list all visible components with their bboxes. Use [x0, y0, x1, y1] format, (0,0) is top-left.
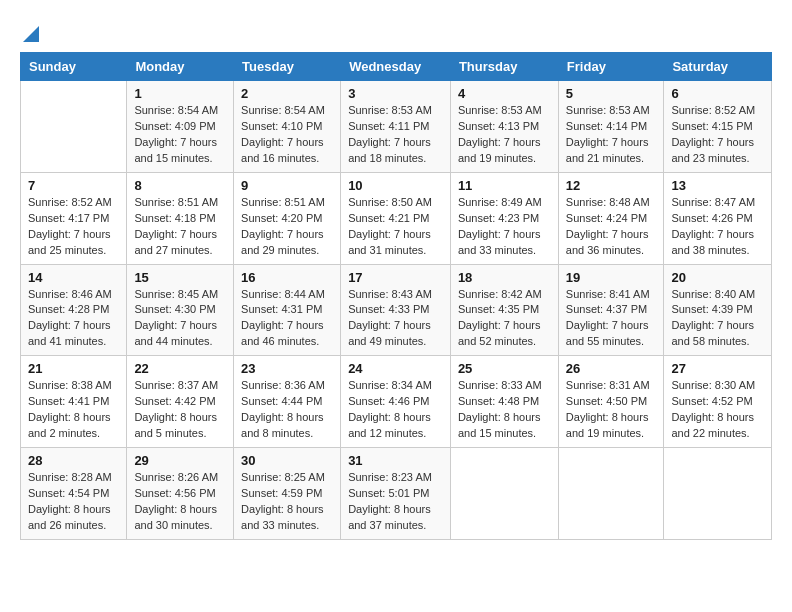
col-friday: Friday	[558, 53, 664, 81]
daylight-text: Daylight: 8 hours and 30 minutes.	[134, 502, 226, 534]
daylight-text: Daylight: 7 hours and 44 minutes.	[134, 318, 226, 350]
day-info: Sunrise: 8:36 AMSunset: 4:44 PMDaylight:…	[241, 378, 333, 442]
calendar-cell: 13Sunrise: 8:47 AMSunset: 4:26 PMDayligh…	[664, 172, 772, 264]
sunset-text: Sunset: 4:52 PM	[671, 394, 764, 410]
sunset-text: Sunset: 4:50 PM	[566, 394, 657, 410]
day-info: Sunrise: 8:42 AMSunset: 4:35 PMDaylight:…	[458, 287, 551, 351]
sunrise-text: Sunrise: 8:42 AM	[458, 287, 551, 303]
sunset-text: Sunset: 4:28 PM	[28, 302, 119, 318]
day-number: 8	[134, 178, 226, 193]
sunrise-text: Sunrise: 8:38 AM	[28, 378, 119, 394]
day-number: 26	[566, 361, 657, 376]
sunrise-text: Sunrise: 8:51 AM	[241, 195, 333, 211]
sunrise-text: Sunrise: 8:28 AM	[28, 470, 119, 486]
day-info: Sunrise: 8:34 AMSunset: 4:46 PMDaylight:…	[348, 378, 443, 442]
sunset-text: Sunset: 4:35 PM	[458, 302, 551, 318]
daylight-text: Daylight: 7 hours and 18 minutes.	[348, 135, 443, 167]
calendar-week-row: 28Sunrise: 8:28 AMSunset: 4:54 PMDayligh…	[21, 448, 772, 540]
day-number: 1	[134, 86, 226, 101]
calendar-cell: 5Sunrise: 8:53 AMSunset: 4:14 PMDaylight…	[558, 81, 664, 173]
day-number: 29	[134, 453, 226, 468]
daylight-text: Daylight: 7 hours and 46 minutes.	[241, 318, 333, 350]
day-info: Sunrise: 8:45 AMSunset: 4:30 PMDaylight:…	[134, 287, 226, 351]
calendar-cell: 17Sunrise: 8:43 AMSunset: 4:33 PMDayligh…	[341, 264, 451, 356]
day-info: Sunrise: 8:53 AMSunset: 4:11 PMDaylight:…	[348, 103, 443, 167]
daylight-text: Daylight: 7 hours and 19 minutes.	[458, 135, 551, 167]
sunset-text: Sunset: 4:54 PM	[28, 486, 119, 502]
sunrise-text: Sunrise: 8:44 AM	[241, 287, 333, 303]
sunset-text: Sunset: 4:18 PM	[134, 211, 226, 227]
day-info: Sunrise: 8:37 AMSunset: 4:42 PMDaylight:…	[134, 378, 226, 442]
daylight-text: Daylight: 8 hours and 12 minutes.	[348, 410, 443, 442]
calendar-week-row: 1Sunrise: 8:54 AMSunset: 4:09 PMDaylight…	[21, 81, 772, 173]
calendar-week-row: 14Sunrise: 8:46 AMSunset: 4:28 PMDayligh…	[21, 264, 772, 356]
day-number: 2	[241, 86, 333, 101]
sunset-text: Sunset: 4:39 PM	[671, 302, 764, 318]
calendar-cell: 7Sunrise: 8:52 AMSunset: 4:17 PMDaylight…	[21, 172, 127, 264]
sunset-text: Sunset: 4:24 PM	[566, 211, 657, 227]
day-info: Sunrise: 8:53 AMSunset: 4:14 PMDaylight:…	[566, 103, 657, 167]
sunrise-text: Sunrise: 8:45 AM	[134, 287, 226, 303]
day-number: 25	[458, 361, 551, 376]
day-number: 28	[28, 453, 119, 468]
sunrise-text: Sunrise: 8:26 AM	[134, 470, 226, 486]
calendar-cell	[21, 81, 127, 173]
calendar-cell: 15Sunrise: 8:45 AMSunset: 4:30 PMDayligh…	[127, 264, 234, 356]
calendar-week-row: 7Sunrise: 8:52 AMSunset: 4:17 PMDaylight…	[21, 172, 772, 264]
col-thursday: Thursday	[450, 53, 558, 81]
calendar-cell: 29Sunrise: 8:26 AMSunset: 4:56 PMDayligh…	[127, 448, 234, 540]
calendar-cell: 12Sunrise: 8:48 AMSunset: 4:24 PMDayligh…	[558, 172, 664, 264]
sunrise-text: Sunrise: 8:48 AM	[566, 195, 657, 211]
day-number: 11	[458, 178, 551, 193]
day-number: 6	[671, 86, 764, 101]
sunset-text: Sunset: 4:56 PM	[134, 486, 226, 502]
calendar-week-row: 21Sunrise: 8:38 AMSunset: 4:41 PMDayligh…	[21, 356, 772, 448]
calendar-cell	[558, 448, 664, 540]
day-number: 20	[671, 270, 764, 285]
svg-marker-0	[23, 26, 39, 42]
sunset-text: Sunset: 4:59 PM	[241, 486, 333, 502]
sunset-text: Sunset: 4:37 PM	[566, 302, 657, 318]
sunrise-text: Sunrise: 8:30 AM	[671, 378, 764, 394]
day-number: 17	[348, 270, 443, 285]
calendar-cell: 6Sunrise: 8:52 AMSunset: 4:15 PMDaylight…	[664, 81, 772, 173]
calendar-cell: 25Sunrise: 8:33 AMSunset: 4:48 PMDayligh…	[450, 356, 558, 448]
day-info: Sunrise: 8:26 AMSunset: 4:56 PMDaylight:…	[134, 470, 226, 534]
calendar-cell: 14Sunrise: 8:46 AMSunset: 4:28 PMDayligh…	[21, 264, 127, 356]
day-number: 27	[671, 361, 764, 376]
daylight-text: Daylight: 8 hours and 8 minutes.	[241, 410, 333, 442]
day-info: Sunrise: 8:23 AMSunset: 5:01 PMDaylight:…	[348, 470, 443, 534]
sunrise-text: Sunrise: 8:51 AM	[134, 195, 226, 211]
daylight-text: Daylight: 8 hours and 5 minutes.	[134, 410, 226, 442]
daylight-text: Daylight: 7 hours and 49 minutes.	[348, 318, 443, 350]
daylight-text: Daylight: 7 hours and 38 minutes.	[671, 227, 764, 259]
daylight-text: Daylight: 7 hours and 33 minutes.	[458, 227, 551, 259]
calendar-cell: 2Sunrise: 8:54 AMSunset: 4:10 PMDaylight…	[234, 81, 341, 173]
daylight-text: Daylight: 7 hours and 15 minutes.	[134, 135, 226, 167]
sunrise-text: Sunrise: 8:25 AM	[241, 470, 333, 486]
sunrise-text: Sunrise: 8:41 AM	[566, 287, 657, 303]
sunset-text: Sunset: 4:48 PM	[458, 394, 551, 410]
daylight-text: Daylight: 7 hours and 52 minutes.	[458, 318, 551, 350]
sunset-text: Sunset: 4:14 PM	[566, 119, 657, 135]
logo-triangle-icon	[21, 20, 39, 42]
calendar-cell: 27Sunrise: 8:30 AMSunset: 4:52 PMDayligh…	[664, 356, 772, 448]
sunrise-text: Sunrise: 8:49 AM	[458, 195, 551, 211]
sunrise-text: Sunrise: 8:43 AM	[348, 287, 443, 303]
day-info: Sunrise: 8:43 AMSunset: 4:33 PMDaylight:…	[348, 287, 443, 351]
day-info: Sunrise: 8:44 AMSunset: 4:31 PMDaylight:…	[241, 287, 333, 351]
day-number: 19	[566, 270, 657, 285]
daylight-text: Daylight: 8 hours and 33 minutes.	[241, 502, 333, 534]
col-sunday: Sunday	[21, 53, 127, 81]
sunset-text: Sunset: 4:31 PM	[241, 302, 333, 318]
day-info: Sunrise: 8:49 AMSunset: 4:23 PMDaylight:…	[458, 195, 551, 259]
day-number: 10	[348, 178, 443, 193]
calendar-cell: 11Sunrise: 8:49 AMSunset: 4:23 PMDayligh…	[450, 172, 558, 264]
logo	[20, 20, 40, 42]
day-info: Sunrise: 8:30 AMSunset: 4:52 PMDaylight:…	[671, 378, 764, 442]
calendar-cell: 1Sunrise: 8:54 AMSunset: 4:09 PMDaylight…	[127, 81, 234, 173]
daylight-text: Daylight: 8 hours and 2 minutes.	[28, 410, 119, 442]
sunset-text: Sunset: 4:11 PM	[348, 119, 443, 135]
daylight-text: Daylight: 7 hours and 29 minutes.	[241, 227, 333, 259]
day-info: Sunrise: 8:50 AMSunset: 4:21 PMDaylight:…	[348, 195, 443, 259]
